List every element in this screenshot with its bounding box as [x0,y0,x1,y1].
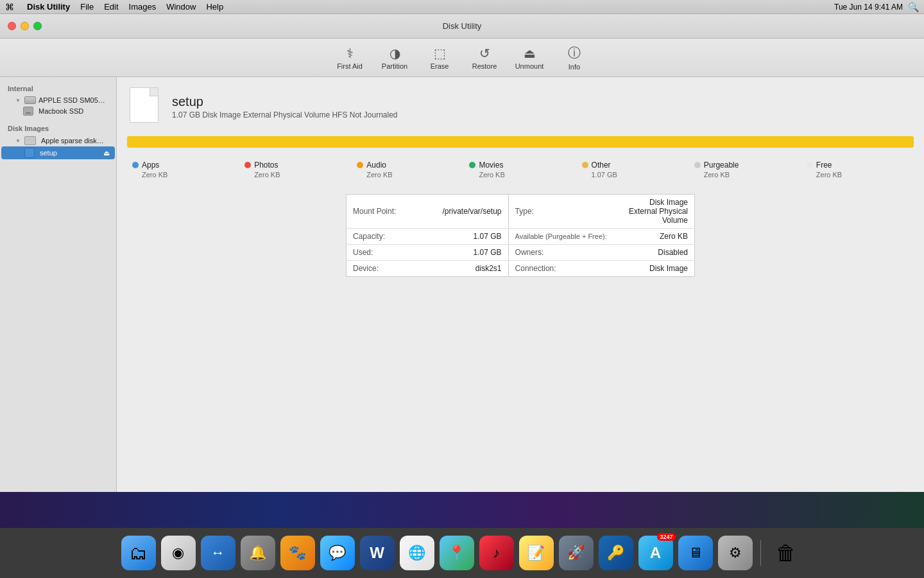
legend-value-purgeable: Zero KB [704,171,730,179]
legend-name-movies: Movies [479,161,503,170]
legend-name-other: Other [592,161,611,170]
available-label: Available (Purgeable + Free): [508,229,613,245]
erase-label: Erase [431,62,449,70]
apple-menu[interactable]: ⌘ [5,2,14,12]
legend-dot-movies [469,162,475,168]
sidebar-item-macbook-ssd[interactable]: Macbook SSD [0,105,116,117]
setup-label: setup [40,149,101,157]
sidebar-item-sparse-disk[interactable]: ▼ Apple sparse disk ima... [0,135,116,146]
legend-item-movies: Movies Zero KB [464,158,576,181]
restore-label: Restore [472,62,497,70]
menubar-help[interactable]: Help [206,2,223,12]
dock-app-appstore[interactable]: A 3247 [638,536,673,570]
dock-app-compressor[interactable]: ⚙ [718,536,753,570]
used-value: 1.07 GB [436,245,509,261]
menubar-file[interactable]: File [80,2,94,12]
expand-triangle-icon-2: ▼ [15,138,21,144]
menubar-time: Tue Jun 14 9:41 AM [834,3,903,12]
legend-item-apps: Apps Zero KB [127,158,239,181]
unmount-label: Unmount [515,62,544,70]
unmount-button[interactable]: ⏏ Unmount [507,41,552,74]
sidebar-item-setup[interactable]: setup ⏏ [1,146,115,159]
info-button[interactable]: ⓘ Info [552,41,597,74]
legend-dot-free [807,162,813,168]
sidebar-item-apple-ssd[interactable]: ▼ APPLE SSD SM0512F... [0,95,116,105]
desktop-background [0,492,924,528]
dock-app-chrome[interactable]: 🌐 [400,536,434,570]
first-aid-icon: ⚕ [346,46,354,61]
dock-app-music[interactable]: ♪ [479,536,514,570]
info-icon: ⓘ [568,44,581,62]
search-icon[interactable]: 🔍 [908,2,919,12]
legend-item-free: Free Zero KB [801,158,914,181]
legend-value-photos: Zero KB [254,171,280,179]
menubar-edit[interactable]: Edit [104,2,118,12]
legend-dot-purgeable [694,162,701,168]
owners-value: Disabled [613,245,695,261]
info-row-mount: Mount Point: /private/var/setup Type: Di… [346,195,695,229]
file-page [130,87,158,123]
dock-separator [760,540,761,566]
partition-icon: ◑ [389,46,400,61]
owners-label: Owners: [508,245,613,261]
connection-label: Connection: [508,261,613,277]
dock-app-siri[interactable]: ◉ [161,536,196,570]
restore-button[interactable]: ↺ Restore [462,41,507,74]
disk-name: setup [172,94,398,109]
close-button[interactable] [8,22,16,30]
legend-value-apps: Zero KB [142,171,167,179]
dock-app-teamviewer[interactable]: ↔ [201,536,235,570]
dock-app-1password[interactable]: 🔑 [599,536,633,570]
sidebar: Internal ▼ APPLE SSD SM0512F... Macbook … [0,77,117,528]
erase-button[interactable]: ⬚ Erase [417,41,462,74]
dock-app-rocket[interactable]: 🚀 [559,536,594,570]
unmount-icon: ⏏ [524,46,536,61]
dock-app-maps[interactable]: 📍 [440,536,474,570]
info-row-used: Used: 1.07 GB Owners: Disabled [346,245,695,261]
legend-name-apps: Apps [142,161,159,170]
eject-icon[interactable]: ⏏ [103,149,110,157]
dock-app-messages[interactable]: 💬 [320,536,355,570]
erase-icon: ⬚ [434,46,446,61]
menubar-window[interactable]: Window [166,2,196,12]
info-table: Mount Point: /private/var/setup Type: Di… [346,194,695,277]
menubar-right: Tue Jun 14 9:41 AM 🔍 [834,2,919,12]
type-value: Disk Image External Physical Volume [613,195,695,229]
mount-point-value: /private/var/setup [436,195,509,229]
storage-bar [127,136,914,148]
used-label: Used: [346,245,436,261]
disk-description: 1.07 GB Disk Image External Physical Vol… [172,110,398,119]
legend-item-photos: Photos Zero KB [239,158,352,181]
capacity-label: Capacity: [346,229,436,245]
legend-value-other: 1.07 GB [592,171,617,179]
disk-icon [23,107,33,116]
info-row-device: Device: disk2s1 Connection: Disk Image [346,261,695,277]
first-aid-button[interactable]: ⚕ First Aid [327,41,372,74]
menubar-left: ⌘ Disk Utility File Edit Images Window H… [5,2,223,12]
capacity-value: 1.07 GB [436,229,509,245]
menubar-app-name[interactable]: Disk Utility [27,2,70,12]
partition-label: Partition [382,62,407,70]
dock-app-paw[interactable]: 🐾 [280,536,315,570]
legend-dot-audio [357,162,363,168]
dock-app-screens[interactable]: 🖥 [678,536,713,570]
type-label: Type: [508,195,613,229]
dock: 🗂 ◉ ↔ 🔔 🐾 💬 W 🌐 📍 ♪ 📝 🚀 🔑 A 3247 🖥 ⚙ 🗑 [0,528,924,578]
title-bar: Disk Utility [0,14,924,39]
dock-app-finder[interactable]: 🗂 [121,536,156,570]
sparse-disk-label: Apple sparse disk ima... [41,137,105,144]
dock-app-notifications[interactable]: 🔔 [241,536,275,570]
sidebar-section-disk-images: Disk Images [0,122,116,135]
minimize-button[interactable] [21,22,29,30]
expand-triangle-icon: ▼ [15,98,21,103]
dock-app-word[interactable]: W [360,536,395,570]
maximize-button[interactable] [33,22,42,30]
menubar-images[interactable]: Images [129,2,157,12]
macbook-ssd-label: Macbook SSD [38,107,83,115]
partition-button[interactable]: ◑ Partition [372,41,417,74]
available-value: Zero KB [613,229,695,245]
dock-app-notes[interactable]: 📝 [519,536,554,570]
dock-app-trash[interactable]: 🗑 [769,536,803,570]
legend-name-photos: Photos [254,161,278,170]
disk-name-area: setup 1.07 GB Disk Image External Physic… [172,94,398,119]
